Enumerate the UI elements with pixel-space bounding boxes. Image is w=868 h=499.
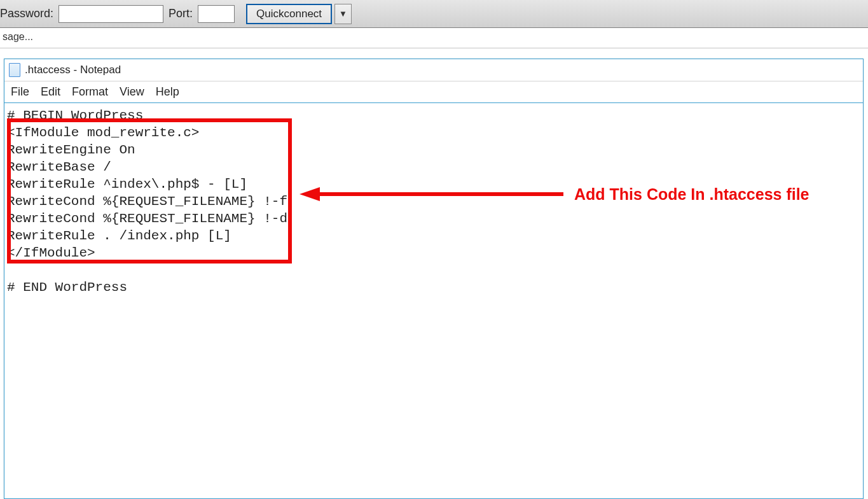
code-line: <IfModule mod_rewrite.c> xyxy=(7,125,199,140)
code-line: # END WordPress xyxy=(7,280,127,295)
menu-edit[interactable]: Edit xyxy=(41,85,60,99)
menu-format[interactable]: Format xyxy=(72,85,108,99)
annotation-text: Add This Code In .htaccess file xyxy=(574,186,809,203)
code-line: RewriteRule ^index\.php$ - [L] xyxy=(7,177,247,192)
status-bar: sage... xyxy=(0,28,868,48)
chevron-down-icon: ▼ xyxy=(339,9,347,18)
annotation: Add This Code In .htaccess file xyxy=(300,185,809,204)
window-title: .htaccess - Notepad xyxy=(25,64,121,76)
quickconnect-button[interactable]: Quickconnect xyxy=(246,4,332,24)
notepad-window: .htaccess - Notepad File Edit Format Vie… xyxy=(4,59,864,499)
code-line: </IfModule> xyxy=(7,246,95,260)
code-line: RewriteRule . /index.php [L] xyxy=(7,228,231,243)
password-label: Password: xyxy=(0,7,53,20)
arrow-icon xyxy=(300,185,567,204)
code-line: # BEGIN WordPress xyxy=(7,108,143,123)
menu-help[interactable]: Help xyxy=(156,85,179,99)
quickconnect-group: Quickconnect ▼ xyxy=(246,4,352,24)
quickconnect-dropdown-button[interactable]: ▼ xyxy=(334,4,352,24)
menu-file[interactable]: File xyxy=(11,85,29,99)
code-line: RewriteCond %{REQUEST_FILENAME} !-d xyxy=(7,211,287,226)
menubar: File Edit Format View Help xyxy=(4,81,863,103)
notepad-icon xyxy=(8,62,21,78)
svg-marker-1 xyxy=(300,187,320,201)
code-line: RewriteCond %{REQUEST_FILENAME} !-f xyxy=(7,194,287,209)
port-input[interactable] xyxy=(198,5,235,23)
code-line: RewriteBase / xyxy=(7,160,111,174)
password-input[interactable] xyxy=(59,5,163,23)
port-label: Port: xyxy=(169,7,193,20)
status-text: sage... xyxy=(3,31,33,42)
editor-area[interactable]: # BEGIN WordPress <IfModule mod_rewrite.… xyxy=(4,103,863,498)
menu-view[interactable]: View xyxy=(120,85,144,99)
code-line: RewriteEngine On xyxy=(7,143,135,157)
ftp-toolbar: Password: Port: Quickconnect ▼ xyxy=(0,0,868,28)
titlebar: .htaccess - Notepad xyxy=(4,59,863,81)
